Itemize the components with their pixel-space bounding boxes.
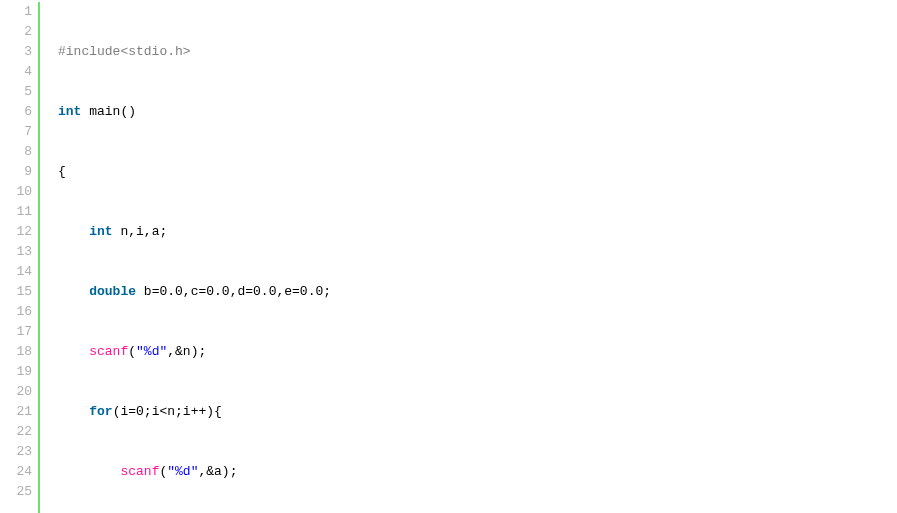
code-text: ,&n); (167, 344, 206, 359)
line-number: 16 (0, 302, 32, 322)
line-number: 15 (0, 282, 32, 302)
code-text: ,&a); (198, 464, 237, 479)
line-number: 22 (0, 422, 32, 442)
line-number: 4 (0, 62, 32, 82)
code-line: double b=0.0,c=0.0,d=0.0,e=0.0; (58, 282, 518, 302)
line-number: 11 (0, 202, 32, 222)
code-text (58, 344, 89, 359)
code-text (58, 224, 89, 239)
code-text (58, 464, 120, 479)
code-line: int main() (58, 102, 518, 122)
line-number: 23 (0, 442, 32, 462)
code-line: { (58, 162, 518, 182)
code-text (58, 404, 89, 419)
line-number: 10 (0, 182, 32, 202)
code-block: 1 2 3 4 5 6 7 8 9 10 11 12 13 14 15 16 1… (0, 2, 897, 513)
keyword: for (89, 404, 112, 419)
line-number: 3 (0, 42, 32, 62)
line-number: 18 (0, 342, 32, 362)
line-number: 9 (0, 162, 32, 182)
keyword: int (58, 104, 81, 119)
line-number: 14 (0, 262, 32, 282)
code-text (58, 284, 89, 299)
code-line: scanf("%d",&a); (58, 462, 518, 482)
code-text: b=0.0,c=0.0,d=0.0,e=0.0; (136, 284, 331, 299)
code-line: scanf("%d",&n); (58, 342, 518, 362)
line-number-gutter: 1 2 3 4 5 6 7 8 9 10 11 12 13 14 15 16 1… (0, 2, 40, 513)
line-number: 8 (0, 142, 32, 162)
line-number: 19 (0, 362, 32, 382)
code-line: for(i=0;i<n;i++){ (58, 402, 518, 422)
line-number: 17 (0, 322, 32, 342)
line-number: 24 (0, 462, 32, 482)
line-number: 12 (0, 222, 32, 242)
code-text: ( (128, 344, 136, 359)
code-line: int n,i,a; (58, 222, 518, 242)
function-call: scanf (89, 344, 128, 359)
line-number: 6 (0, 102, 32, 122)
line-number: 7 (0, 122, 32, 142)
keyword: double (89, 284, 136, 299)
line-number: 25 (0, 482, 32, 502)
line-number: 5 (0, 82, 32, 102)
string-literal: "%d" (167, 464, 198, 479)
line-number: 20 (0, 382, 32, 402)
string-literal: "%d" (136, 344, 167, 359)
code-area: #include<stdio.h> int main() { int n,i,a… (40, 2, 518, 513)
code-line: #include<stdio.h> (58, 42, 518, 62)
line-number: 13 (0, 242, 32, 262)
code-text: n,i,a; (113, 224, 168, 239)
code-text: main() (81, 104, 136, 119)
keyword: int (89, 224, 112, 239)
line-number: 1 (0, 2, 32, 22)
function-call: scanf (120, 464, 159, 479)
line-number: 2 (0, 22, 32, 42)
code-text: (i=0;i<n;i++){ (113, 404, 222, 419)
preprocessor: #include<stdio.h> (58, 44, 191, 59)
code-text: { (58, 164, 66, 179)
line-number: 21 (0, 402, 32, 422)
